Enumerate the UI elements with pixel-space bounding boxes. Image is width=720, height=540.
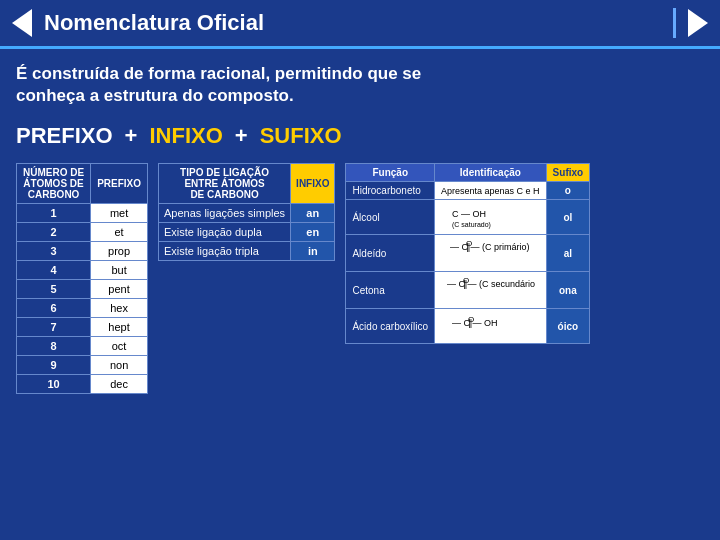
infixo-val-cell: an (291, 204, 335, 223)
prefix-cell: prop (91, 242, 148, 261)
table-row: 1met (17, 204, 148, 223)
svg-text:C — OH: C — OH (452, 209, 486, 219)
funcao-cell: Álcool (346, 200, 435, 235)
main-content: É construída de forma racional, permitin… (0, 49, 720, 404)
svg-text:‖: ‖ (466, 242, 471, 252)
intro-line1: É construída de forma racional, permitin… (16, 63, 704, 85)
table-row: Aldeído— C — (C primário)O‖al (346, 235, 590, 272)
sufixo-cell: ona (546, 272, 590, 309)
intro-text: É construída de forma racional, permitin… (16, 63, 704, 107)
header-divider (673, 8, 676, 38)
svg-text:‖: ‖ (463, 279, 468, 289)
ident-cell: — C — (C primário)O‖ (435, 235, 547, 272)
prefix-cell: met (91, 204, 148, 223)
svg-text:‖: ‖ (468, 318, 473, 328)
sufixo-cell: al (546, 235, 590, 272)
table-row: HidrocarbonetoApresenta apenas C e Ho (346, 182, 590, 200)
num-carbono-cell: 3 (17, 242, 91, 261)
prefix-cell: oct (91, 337, 148, 356)
infixo-val-cell: en (291, 223, 335, 242)
prefix-cell: non (91, 356, 148, 375)
infixo-val-cell: in (291, 242, 335, 261)
table-row: Ácido carboxílico— C — OHO‖óico (346, 309, 590, 344)
ident-cell: — C — OHO‖ (435, 309, 547, 344)
prefix-cell: dec (91, 375, 148, 394)
plus1: + (125, 123, 138, 149)
sufixo-cell: ol (546, 200, 590, 235)
table-row: Existe ligação triplain (159, 242, 335, 261)
prefix-cell: hex (91, 299, 148, 318)
sufixo-cell: óico (546, 309, 590, 344)
table-row: 9non (17, 356, 148, 375)
th-sufixo: Sufixo (546, 164, 590, 182)
prefix-cell: but (91, 261, 148, 280)
header: Nomenclatura Oficial (0, 0, 720, 49)
svg-text:— C — (C primário): — C — (C primário) (450, 242, 530, 252)
ident-cell: C — OH(C saturado) (435, 200, 547, 235)
th-funcao: Função (346, 164, 435, 182)
th-infixo: INFIXO (291, 164, 335, 204)
num-carbono-cell: 4 (17, 261, 91, 280)
table-row: Existe ligação duplaen (159, 223, 335, 242)
svg-text:— C — (C secundário): — C — (C secundário) (447, 279, 535, 289)
table-row: 2et (17, 223, 148, 242)
prev-arrow-icon[interactable] (12, 9, 32, 37)
funcao-cell: Hidrocarboneto (346, 182, 435, 200)
table-row: 3prop (17, 242, 148, 261)
table-row: 7hept (17, 318, 148, 337)
nomenclature-row: PREFIXO + INFIXO + SUFIXO (16, 123, 704, 149)
table-row: Apenas ligações simplesan (159, 204, 335, 223)
num-carbono-cell: 7 (17, 318, 91, 337)
table-prefixo: NÚMERO DEÁTOMOS DECARBONO PREFIXO 1met2e… (16, 163, 148, 394)
svg-text:(C saturado): (C saturado) (452, 221, 491, 229)
funcao-cell: Ácido carboxílico (346, 309, 435, 344)
th-num-carbono: NÚMERO DEÁTOMOS DECARBONO (17, 164, 91, 204)
ident-cell: — C — (C secundário)O‖ (435, 272, 547, 309)
page-title: Nomenclatura Oficial (44, 10, 661, 36)
num-carbono-cell: 9 (17, 356, 91, 375)
infixo-label: INFIXO (149, 123, 222, 149)
next-arrow-icon[interactable] (688, 9, 708, 37)
num-carbono-cell: 1 (17, 204, 91, 223)
table-row: 4but (17, 261, 148, 280)
th-identificacao: Identificação (435, 164, 547, 182)
intro-line2: conheça a estrutura do composto. (16, 85, 704, 107)
table-row: 10dec (17, 375, 148, 394)
table-sufixo: Função Identificação Sufixo Hidrocarbone… (345, 163, 590, 344)
num-carbono-cell: 5 (17, 280, 91, 299)
num-carbono-cell: 8 (17, 337, 91, 356)
svg-text:— C — OH: — C — OH (452, 318, 498, 328)
prefix-cell: pent (91, 280, 148, 299)
funcao-cell: Cetona (346, 272, 435, 309)
prefix-cell: hept (91, 318, 148, 337)
plus2: + (235, 123, 248, 149)
num-carbono-cell: 10 (17, 375, 91, 394)
table-row: 5pent (17, 280, 148, 299)
ligacao-desc-cell: Apenas ligações simples (159, 204, 291, 223)
table-row: 6hex (17, 299, 148, 318)
ligacao-desc-cell: Existe ligação dupla (159, 223, 291, 242)
table-row: Cetona— C — (C secundário)O‖ona (346, 272, 590, 309)
num-carbono-cell: 2 (17, 223, 91, 242)
sufixo-cell: o (546, 182, 590, 200)
sufixo-label: SUFIXO (260, 123, 342, 149)
funcao-cell: Aldeído (346, 235, 435, 272)
table-row: 8oct (17, 337, 148, 356)
num-carbono-cell: 6 (17, 299, 91, 318)
th-tipo-ligacao: TIPO DE LIGAÇÃOENTRE ÁTOMOSDE CARBONO (159, 164, 291, 204)
prefixo-label: PREFIXO (16, 123, 113, 149)
prefix-cell: et (91, 223, 148, 242)
ident-cell: Apresenta apenas C e H (435, 182, 547, 200)
tables-row: NÚMERO DEÁTOMOS DECARBONO PREFIXO 1met2e… (16, 163, 704, 394)
table-row: ÁlcoolC — OH(C saturado)ol (346, 200, 590, 235)
th-prefixo: PREFIXO (91, 164, 148, 204)
ligacao-desc-cell: Existe ligação tripla (159, 242, 291, 261)
table-infixo: TIPO DE LIGAÇÃOENTRE ÁTOMOSDE CARBONO IN… (158, 163, 335, 261)
